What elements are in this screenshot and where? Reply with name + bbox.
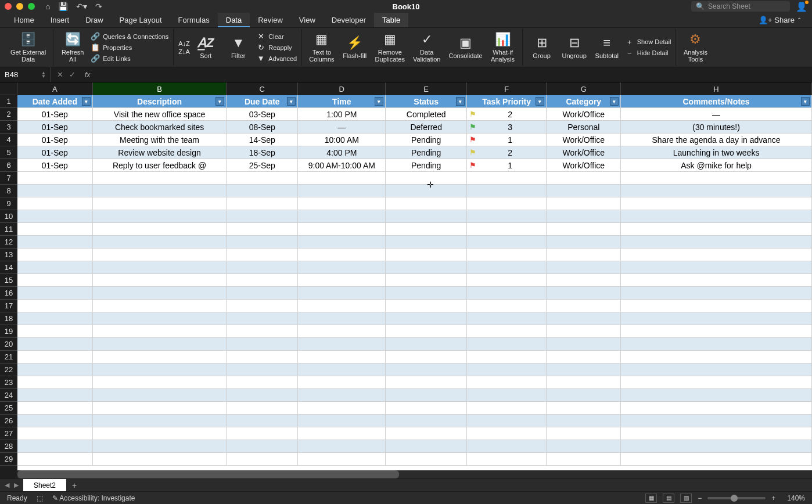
- row-header-23[interactable]: 23: [0, 376, 17, 389]
- filter-dropdown-icon[interactable]: ▾: [456, 97, 465, 106]
- cell[interactable]: [17, 261, 93, 274]
- cell[interactable]: [621, 287, 812, 300]
- cell[interactable]: [547, 389, 621, 402]
- cell[interactable]: [227, 185, 298, 197]
- cell[interactable]: [547, 287, 621, 300]
- tab-developer[interactable]: Developer: [324, 13, 374, 27]
- cell[interactable]: [227, 197, 298, 210]
- home-icon[interactable]: ⌂: [45, 2, 50, 11]
- cell[interactable]: [298, 236, 386, 249]
- cell[interactable]: [467, 287, 547, 300]
- cell[interactable]: [93, 363, 227, 376]
- cell[interactable]: [467, 300, 547, 312]
- formula-input[interactable]: [94, 67, 812, 82]
- cell[interactable]: [298, 351, 386, 363]
- cell[interactable]: [547, 325, 621, 338]
- zoom-out-button[interactable]: −: [698, 494, 702, 502]
- cell[interactable]: [621, 185, 812, 197]
- cell[interactable]: [227, 312, 298, 325]
- cell[interactable]: [621, 236, 812, 249]
- cell[interactable]: [621, 415, 812, 427]
- edit-links-button[interactable]: 🔗Edit Links: [91, 54, 168, 63]
- cell[interactable]: [227, 389, 298, 402]
- cell[interactable]: [621, 453, 812, 466]
- cell[interactable]: [227, 274, 298, 287]
- data-validation-button[interactable]: ✓Data Validation: [411, 31, 443, 64]
- cell[interactable]: [93, 172, 227, 185]
- row-header-4[interactable]: 4: [0, 134, 17, 146]
- row-header-25[interactable]: 25: [0, 402, 17, 415]
- cell[interactable]: [93, 415, 227, 427]
- get-external-data-button[interactable]: 🗄️Get External Data: [8, 31, 48, 64]
- cell[interactable]: [467, 249, 547, 261]
- column-header-C[interactable]: C: [227, 82, 298, 95]
- tab-data[interactable]: Data: [218, 13, 250, 27]
- cell[interactable]: [386, 274, 466, 287]
- row-header-28[interactable]: 28: [0, 440, 17, 453]
- cell[interactable]: [621, 274, 812, 287]
- cancel-formula-icon[interactable]: ✕: [57, 70, 63, 79]
- cell[interactable]: Pending: [386, 159, 466, 172]
- tab-home[interactable]: Home: [6, 13, 42, 27]
- cell[interactable]: [386, 427, 466, 440]
- cell[interactable]: [227, 338, 298, 351]
- tab-table[interactable]: Table: [374, 13, 408, 27]
- cell[interactable]: Work/Office: [547, 108, 621, 121]
- row-header-15[interactable]: 15: [0, 274, 17, 287]
- cell[interactable]: [93, 300, 227, 312]
- cell[interactable]: [17, 312, 93, 325]
- cell[interactable]: [298, 249, 386, 261]
- cell[interactable]: [298, 172, 386, 185]
- cell[interactable]: —: [298, 121, 386, 134]
- cell[interactable]: [17, 197, 93, 210]
- maximize-window-button[interactable]: [28, 3, 35, 10]
- cell[interactable]: [17, 453, 93, 466]
- cell[interactable]: [621, 249, 812, 261]
- cell[interactable]: [17, 363, 93, 376]
- cell[interactable]: [547, 440, 621, 453]
- close-window-button[interactable]: [5, 3, 12, 10]
- cell[interactable]: [227, 210, 298, 223]
- filter-dropdown-icon[interactable]: ▾: [610, 97, 619, 106]
- whatif-analysis-button[interactable]: 📊What-if Analysis: [488, 31, 518, 64]
- cell[interactable]: 25-Sep: [227, 159, 298, 172]
- cell[interactable]: [17, 223, 93, 236]
- cell[interactable]: [386, 389, 466, 402]
- share-button[interactable]: 👤+ Share ⌃: [748, 13, 812, 27]
- cell[interactable]: [298, 338, 386, 351]
- cell[interactable]: [547, 249, 621, 261]
- row-header-14[interactable]: 14: [0, 261, 17, 274]
- cell[interactable]: [227, 440, 298, 453]
- row-header-7[interactable]: 7: [0, 172, 17, 185]
- cell[interactable]: [386, 185, 466, 197]
- cell[interactable]: [467, 440, 547, 453]
- zoom-slider[interactable]: [707, 497, 766, 499]
- filter-dropdown-icon[interactable]: ▾: [215, 97, 224, 106]
- cell[interactable]: [547, 338, 621, 351]
- row-header-11[interactable]: 11: [0, 223, 17, 236]
- cell[interactable]: —: [621, 108, 812, 121]
- analysis-tools-button[interactable]: ⚙Analysis Tools: [681, 31, 710, 64]
- cell[interactable]: [93, 453, 227, 466]
- cell[interactable]: 01-Sep: [17, 159, 93, 172]
- tab-insert[interactable]: Insert: [42, 13, 78, 27]
- clear-filter-button[interactable]: ✕Clear: [256, 32, 297, 41]
- cell[interactable]: [547, 453, 621, 466]
- cell[interactable]: [467, 338, 547, 351]
- cell[interactable]: [386, 287, 466, 300]
- cell[interactable]: [298, 210, 386, 223]
- cell[interactable]: [93, 402, 227, 415]
- redo-icon[interactable]: ↷: [95, 2, 102, 11]
- filter-dropdown-icon[interactable]: ▾: [375, 97, 383, 106]
- row-header-26[interactable]: 26: [0, 415, 17, 427]
- undo-icon[interactable]: ↶▾: [76, 2, 87, 11]
- filter-dropdown-icon[interactable]: ▾: [801, 97, 810, 106]
- sort-desc-button[interactable]: Z↓A: [178, 48, 188, 55]
- column-header-A[interactable]: A: [17, 82, 93, 95]
- sheet-tab-active[interactable]: Sheet2: [23, 479, 66, 491]
- cell[interactable]: [621, 300, 812, 312]
- cell[interactable]: [227, 363, 298, 376]
- cell[interactable]: [386, 300, 466, 312]
- row-header-17[interactable]: 17: [0, 300, 17, 312]
- table-header-task-priority[interactable]: Task Priority▾: [467, 95, 547, 108]
